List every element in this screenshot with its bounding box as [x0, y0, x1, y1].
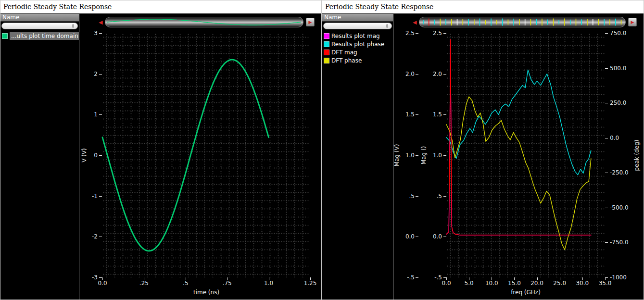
y-tick-label: -500.0 [610, 205, 635, 211]
x-axis-title: time (ns) [193, 289, 219, 296]
y-tick-label: -1000 [610, 275, 635, 280]
y-tick-mark [416, 196, 418, 197]
y-tick-mark [605, 242, 608, 243]
y-tick-mark [416, 33, 418, 34]
x-tick-mark [514, 277, 515, 280]
y-tick-label: .5 [392, 193, 415, 199]
y-tick-label: 1.5 [392, 112, 415, 117]
x-tick-label: 5.0 [457, 280, 480, 286]
spectrum-preview [419, 17, 625, 27]
curves-canvas [102, 33, 310, 277]
x-tick-label: 0.0 [91, 280, 114, 286]
window-titlebar[interactable]: Periodic Steady State Response [322, 0, 644, 14]
panner-track[interactable] [419, 17, 626, 27]
x-tick-mark [186, 277, 186, 280]
x-tick-mark [582, 277, 583, 280]
y-tick-mark [443, 33, 446, 34]
x-tick-mark [469, 277, 469, 280]
window-right: Periodic Steady State Response Name Resu… [322, 0, 644, 300]
x-tick-label: 30.0 [571, 280, 594, 286]
y-tick-mark [605, 138, 608, 138]
signal-sidebar: Name ...ults plot time domain [0, 14, 79, 300]
x-tick-label: 35.0 [593, 280, 617, 286]
x-tick-mark [227, 277, 227, 280]
y-tick-label: .5 [420, 193, 442, 199]
pan-left-arrow-icon[interactable]: ◀ [99, 20, 102, 25]
y-tick-mark [443, 114, 446, 115]
legend-label: Results plot phase [331, 41, 384, 48]
waveform-plot-right[interactable]: Mag (V)2.52.01.51.0.50.0-.5Mag ()2.52.01… [393, 30, 644, 300]
x-tick-mark [144, 277, 144, 280]
x-tick-mark [560, 277, 560, 280]
y-tick-mark [416, 74, 418, 75]
pan-right-button[interactable]: ▶ [306, 18, 315, 26]
x-tick-mark [102, 277, 103, 280]
y-tick-label: -2 [76, 234, 98, 239]
window-titlebar[interactable]: Periodic Steady State Response [0, 0, 321, 14]
y-tick-mark [99, 196, 102, 197]
waveform-plot-left[interactable]: V (V)3210-1-2-30.0.25.5.751.01.25time (n… [79, 30, 321, 300]
y-tick-label: 2.0 [392, 71, 415, 77]
legend: Results plot magResults plot phaseDFT ma… [322, 31, 393, 65]
y-tick-label: -3 [76, 275, 98, 280]
legend-item[interactable]: DFT phase [322, 56, 393, 64]
pan-left-arrow-icon[interactable]: ◀ [413, 20, 417, 25]
legend-item[interactable]: Results plot phase [322, 40, 393, 48]
legend-label: Results plot mag [331, 33, 380, 39]
x-tick-mark [269, 277, 269, 280]
y-tick-mark [416, 155, 418, 156]
legend-swatch [2, 33, 8, 39]
plot-area-right: ◀ ▶ Mag (V)2.52.01.51.0.50.0-.5Mag ()2.5… [393, 14, 644, 300]
y-tick-label: -1 [76, 193, 98, 199]
y-tick-mark [443, 237, 446, 237]
legend-item[interactable]: ...ults plot time domain [0, 32, 79, 40]
y-tick-label: 2.5 [392, 30, 415, 36]
scrollbar-thumb[interactable] [386, 24, 388, 28]
window-title: Periodic Steady State Response [3, 3, 112, 11]
legend-item[interactable]: Results plot mag [322, 32, 393, 40]
y-tick-label: 750.0 [610, 30, 635, 36]
y-tick-label: -.5 [420, 275, 442, 280]
plot-area-left: ◀ ▶ V (V)3210-1-2-30.0.25.5.751.01.25tim… [79, 14, 321, 300]
name-column-scrollbar[interactable] [1, 23, 78, 29]
y-tick-mark [605, 173, 608, 173]
app: Periodic Steady State Response Name ...u… [0, 0, 644, 300]
panner-track[interactable] [105, 17, 303, 27]
legend-swatch [324, 50, 329, 55]
scrollbar-thumb[interactable] [72, 24, 74, 28]
name-column-header[interactable]: Name [322, 14, 393, 22]
legend-swatch [324, 41, 329, 47]
name-column-scrollbar[interactable] [323, 23, 392, 29]
y-tick-label: 0.0 [610, 135, 635, 141]
x-tick-label: 15.0 [503, 280, 526, 286]
curve-results-plot-time-domain [102, 60, 269, 251]
signal-sidebar: Name Results plot magResults plot phaseD… [322, 14, 393, 300]
x-tick-label: 0.0 [435, 280, 458, 286]
y-tick-label: 500.0 [610, 65, 635, 71]
y-tick-label: 0.0 [420, 234, 442, 239]
y-tick-mark [443, 155, 446, 156]
legend-item[interactable]: DFT mag [322, 48, 393, 56]
y-tick-mark [99, 74, 102, 75]
legend-swatch [324, 58, 329, 63]
curve-dft-mag [446, 40, 591, 235]
y-tick-mark [605, 103, 608, 103]
x-tick-label: .75 [215, 280, 239, 286]
x-tick-mark [446, 277, 447, 280]
y-tick-mark [605, 68, 608, 69]
x-tick-label: .5 [174, 280, 197, 286]
preview-sine-curve [107, 19, 301, 25]
x-axis-title: freq (GHz) [511, 289, 541, 296]
y-tick-mark [99, 114, 102, 115]
y-tick-label: 2.5 [420, 30, 442, 36]
y-tick-mark [416, 237, 418, 237]
y-tick-label: 250.0 [610, 100, 635, 106]
pan-right-button[interactable]: ▶ [628, 18, 637, 26]
y-tick-label: 2.0 [420, 71, 442, 77]
name-column-header[interactable]: Name [0, 14, 79, 22]
x-tick-label: 25.0 [548, 280, 571, 286]
x-tick-label: 1.25 [299, 280, 322, 286]
y-tick-label: 1 [76, 112, 98, 117]
x-tick-label: 1.0 [257, 280, 280, 286]
y-tick-label: -750.0 [610, 239, 635, 245]
